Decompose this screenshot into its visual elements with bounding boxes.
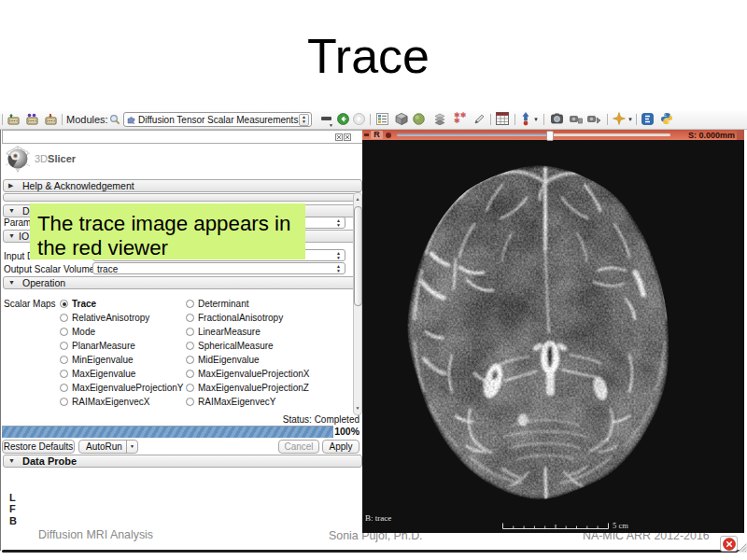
svg-text:5 cm: 5 cm: [613, 521, 628, 529]
